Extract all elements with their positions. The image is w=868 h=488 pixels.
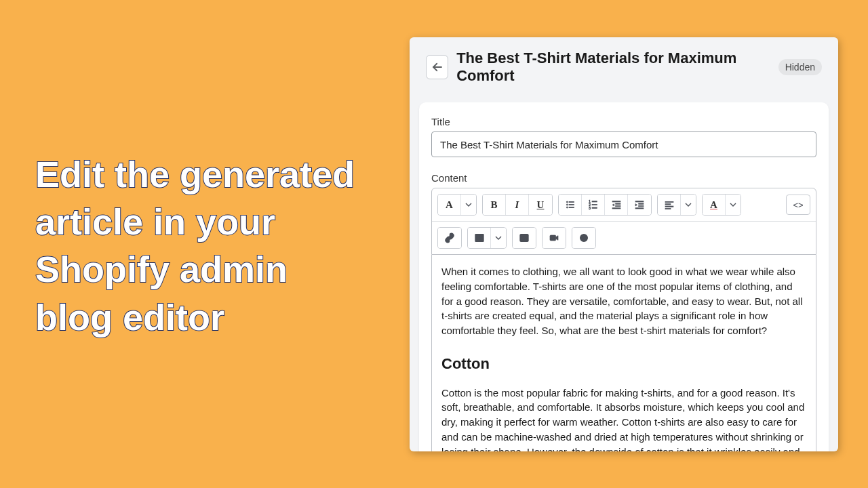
article-intro: When it comes to clothing, we all want t… [441,264,806,338]
indent-button[interactable] [628,195,651,215]
chevron-down-icon [683,199,694,210]
bullet-list-icon [565,199,576,210]
insert-table-button[interactable] [468,228,491,248]
code-icon: <> [793,200,803,210]
svg-marker-17 [612,204,614,206]
svg-rect-6 [569,207,574,207]
paragraph-style-button[interactable]: A [438,195,461,215]
svg-rect-25 [665,206,673,207]
chevron-down-icon [728,199,738,210]
align-button[interactable] [658,195,681,215]
admin-editor-window: The Best T-Shirt Materials for Maximum C… [410,37,838,451]
link-icon [444,232,455,243]
page-title: The Best T-Shirt Materials for Maximum C… [456,49,770,85]
align-dropdown[interactable] [681,195,696,215]
page-header: The Best T-Shirt Materials for Maximum C… [410,37,838,102]
svg-rect-13 [612,201,620,202]
svg-rect-5 [569,204,574,205]
insert-video-button[interactable] [542,228,566,248]
bullet-list-button[interactable] [559,195,582,215]
text-color-dropdown[interactable] [726,195,741,215]
svg-point-3 [566,207,568,208]
insert-link-button[interactable] [438,228,461,248]
text-color-button[interactable]: A [703,195,726,215]
article-heading-cotton: Cotton [441,353,806,375]
svg-rect-26 [665,208,671,209]
content-label: Content [431,172,816,184]
svg-rect-14 [615,203,620,204]
marketing-headline: Edit the generated article in your Shopi… [35,150,374,341]
svg-point-1 [566,201,568,203]
svg-rect-12 [592,207,597,208]
video-icon [549,232,559,243]
svg-rect-11 [592,204,597,205]
svg-point-2 [566,204,568,205]
svg-text:3: 3 [589,207,591,210]
svg-rect-4 [569,201,574,202]
svg-rect-32 [550,235,556,241]
svg-rect-10 [592,201,597,202]
svg-marker-22 [635,204,637,206]
table-icon [474,232,485,243]
svg-point-31 [522,236,524,238]
arrow-left-icon [431,61,443,73]
svg-rect-24 [665,204,671,205]
indent-icon [634,199,645,210]
title-label: Title [431,116,816,127]
article-edit-card: Title Content A B I U [419,102,829,451]
underline-button[interactable]: U [529,195,552,215]
numbered-list-button[interactable]: 123 [582,195,605,215]
rte-toolbar: A B I U [431,188,816,255]
paragraph-style-dropdown[interactable] [461,195,476,215]
numbered-list-icon: 123 [588,199,599,210]
svg-marker-33 [556,236,558,241]
outdent-button[interactable] [605,195,628,215]
bold-button[interactable]: B [483,195,506,215]
svg-rect-16 [612,208,620,209]
svg-rect-20 [639,205,644,206]
status-badge: Hidden [778,59,822,75]
view-html-button[interactable]: <> [786,195,810,215]
chevron-down-icon [493,232,504,243]
svg-rect-23 [665,201,673,202]
title-input[interactable] [431,131,816,157]
align-left-icon [664,199,675,210]
italic-button[interactable]: I [506,195,529,215]
back-button[interactable] [426,55,448,79]
svg-rect-15 [615,205,620,206]
insert-image-button[interactable] [513,228,536,248]
svg-rect-19 [639,203,644,204]
svg-rect-21 [635,208,644,209]
article-paragraph-cotton: Cotton is the most popular fabric for ma… [441,386,806,451]
clear-format-icon [578,232,589,243]
svg-rect-18 [635,201,644,202]
image-icon [519,232,530,243]
content-editor[interactable]: When it comes to clothing, we all want t… [431,255,816,451]
outdent-icon [611,199,622,210]
clear-formatting-button[interactable] [572,228,595,248]
table-dropdown[interactable] [491,228,506,248]
chevron-down-icon [463,199,474,210]
